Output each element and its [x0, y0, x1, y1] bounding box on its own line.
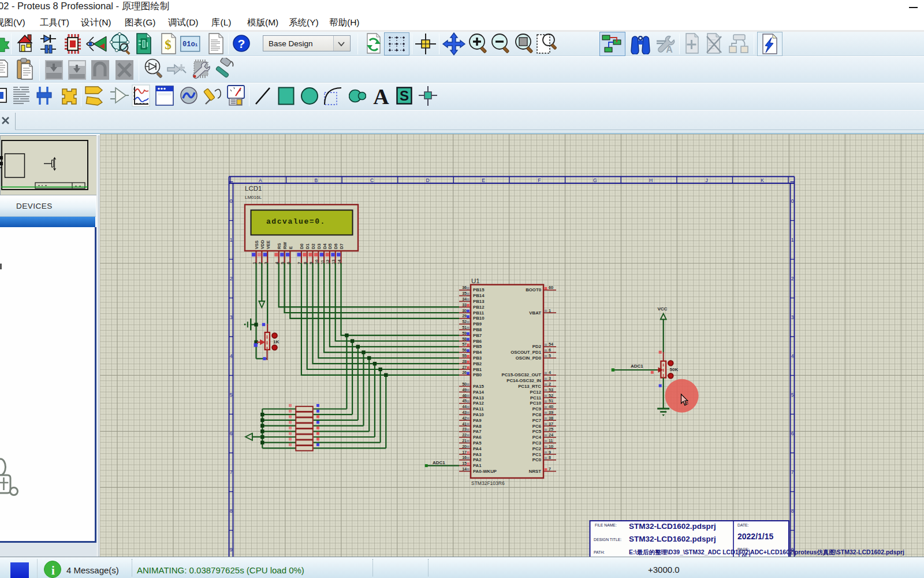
svg-text:22: 22: [462, 433, 467, 437]
svg-text:D3: D3: [316, 243, 322, 249]
svg-text:36: 36: [462, 286, 467, 290]
svg-text:DATE:: DATE:: [737, 523, 749, 527]
svg-text:PB2: PB2: [473, 361, 482, 366]
svg-text:NRST: NRST: [529, 469, 541, 474]
svg-text:PA15: PA15: [473, 384, 485, 389]
svg-text:RS: RS: [277, 243, 282, 249]
svg-text:57: 57: [462, 342, 467, 346]
svg-text:24: 24: [549, 433, 553, 437]
svg-text:20: 20: [462, 444, 467, 449]
svg-text:PA8: PA8: [473, 424, 482, 429]
svg-text:6: 6: [230, 431, 233, 436]
svg-text:PA9: PA9: [473, 418, 482, 423]
svg-text:PC2: PC2: [532, 446, 542, 451]
svg-text:PC0: PC0: [532, 457, 542, 462]
svg-text:PC8: PC8: [532, 412, 542, 417]
svg-text:PC6: PC6: [532, 424, 542, 429]
svg-text:?: ?: [238, 37, 245, 50]
svg-text:i: i: [51, 564, 55, 577]
svg-text:U1: U1: [471, 277, 480, 284]
svg-text:PA6: PA6: [473, 435, 482, 440]
svg-text:PD2: PD2: [532, 344, 542, 349]
svg-text:5: 5: [791, 392, 794, 398]
svg-text:14: 14: [462, 467, 467, 471]
svg-text:VEE: VEE: [266, 240, 271, 249]
svg-text:D1: D1: [305, 243, 310, 249]
svg-text:34: 34: [462, 297, 467, 301]
svg-text:J: J: [705, 177, 707, 183]
svg-text:33: 33: [462, 303, 467, 307]
svg-text:39: 39: [549, 410, 553, 414]
svg-text:STM32F103R6: STM32F103R6: [471, 480, 505, 486]
svg-text:55: 55: [462, 354, 467, 358]
svg-text:PB10: PB10: [473, 316, 485, 321]
svg-text:27: 27: [462, 365, 467, 369]
svg-text:PATH:: PATH:: [594, 550, 605, 554]
svg-text:7: 7: [791, 469, 794, 475]
svg-text:54: 54: [549, 342, 553, 346]
svg-text:7: 7: [549, 467, 551, 471]
svg-text:2: 2: [791, 276, 794, 281]
svg-text:1: 1: [549, 309, 551, 313]
svg-text:01o1: 01o1: [182, 40, 198, 49]
svg-text:0: 0: [230, 198, 233, 204]
svg-text:1K: 1K: [273, 339, 279, 344]
svg-text:DESIGN TITLE:: DESIGN TITLE:: [594, 538, 621, 542]
svg-text:42: 42: [462, 416, 467, 420]
svg-text:PC4: PC4: [532, 435, 542, 440]
svg-text:PA0-WKUP: PA0-WKUP: [473, 469, 497, 474]
svg-text:STM32-LCD1602.pdsprj: STM32-LCD1602.pdsprj: [629, 522, 716, 531]
svg-text:adcvalue=0.: adcvalue=0.: [266, 217, 326, 226]
svg-text:8: 8: [230, 508, 233, 514]
svg-text:PB1: PB1: [473, 367, 482, 372]
svg-text:PB7: PB7: [473, 333, 482, 338]
svg-text:3: 3: [549, 376, 551, 380]
svg-text:PA3: PA3: [473, 452, 482, 457]
svg-text:PB6: PB6: [473, 339, 482, 344]
svg-text:PAGE:: PAGE:: [737, 547, 749, 551]
svg-text:3: 3: [230, 314, 233, 320]
svg-text:1 of 1: 1 of 1: [737, 553, 751, 557]
svg-text:D5: D5: [327, 243, 333, 249]
svg-text:21: 21: [462, 439, 467, 443]
svg-text:PA4: PA4: [473, 446, 482, 451]
svg-text:4: 4: [791, 353, 794, 359]
svg-text:PC7: PC7: [532, 418, 541, 423]
svg-text:52: 52: [549, 394, 553, 398]
svg-text:2: 2: [230, 276, 233, 281]
svg-text:VDD: VDD: [260, 240, 265, 249]
svg-text:53: 53: [549, 388, 553, 392]
svg-text:E: E: [288, 246, 293, 249]
svg-text:B: B: [315, 177, 318, 183]
svg-text:PC5: PC5: [532, 429, 542, 434]
svg-text:OSCOUT_PD1: OSCOUT_PD1: [511, 350, 542, 355]
svg-text:58: 58: [462, 337, 467, 341]
svg-text:PB11: PB11: [473, 310, 485, 316]
svg-text:28: 28: [462, 360, 467, 364]
svg-text:30: 30: [462, 309, 467, 313]
svg-text:PA1: PA1: [473, 463, 482, 468]
svg-text:PB4: PB4: [473, 350, 482, 355]
svg-text:PB12: PB12: [473, 305, 485, 310]
svg-text:50K: 50K: [670, 367, 679, 372]
svg-text:46: 46: [462, 394, 467, 398]
svg-text:23: 23: [462, 427, 467, 431]
svg-text:PB15: PB15: [473, 287, 485, 292]
svg-text:PB14: PB14: [473, 293, 485, 298]
svg-text:OSCIN_PD0: OSCIN_PD0: [516, 355, 542, 361]
svg-text:5: 5: [549, 354, 551, 358]
svg-text:ADC1: ADC1: [631, 364, 643, 369]
svg-text:15: 15: [462, 461, 467, 465]
svg-text:PB5: PB5: [473, 344, 482, 349]
svg-text:44: 44: [462, 405, 467, 409]
svg-text:8: 8: [791, 508, 794, 514]
svg-text:STM32-LCD1602.pdsprj: STM32-LCD1602.pdsprj: [629, 535, 716, 543]
svg-text:$: $: [165, 38, 172, 52]
svg-text:VSS: VSS: [254, 240, 259, 249]
svg-text:6: 6: [791, 431, 794, 436]
svg-text:C: C: [370, 177, 374, 183]
svg-text:PC11: PC11: [530, 395, 542, 401]
svg-text:D7: D7: [339, 243, 344, 249]
svg-text:FILE NAME:: FILE NAME:: [595, 523, 617, 527]
svg-text:29: 29: [462, 314, 467, 318]
